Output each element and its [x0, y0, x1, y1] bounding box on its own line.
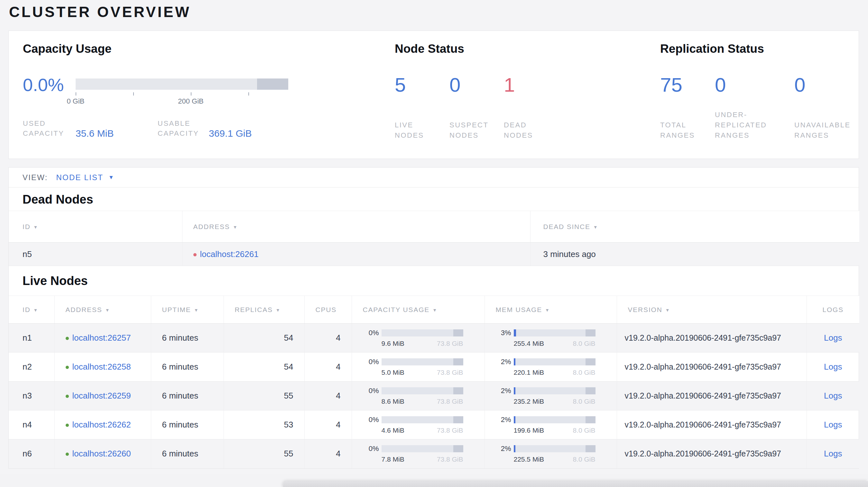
live-nodes-stat: 5 LIVE NODES	[395, 74, 450, 140]
suspect-nodes-label: SUSPECT NODES	[450, 110, 504, 140]
dead-nodes-title: Dead Nodes	[9, 188, 859, 211]
capacity-used: 4.6 MiB	[381, 426, 404, 434]
logs-link[interactable]: Logs	[824, 391, 842, 400]
live-node-cpus: 4	[304, 382, 352, 411]
capacity-usage-section: Capacity Usage 0.0% 0 GiB 200 GiB USED C…	[23, 31, 377, 159]
live-node-id: n1	[9, 324, 54, 353]
live-col-version[interactable]: VERSION	[617, 296, 807, 324]
dead-node-address-link[interactable]: localhost:26261	[200, 249, 259, 259]
mem-pct: 2%	[501, 387, 511, 395]
mem-used: 199.6 MiB	[514, 426, 544, 434]
view-label: VIEW:	[23, 173, 48, 182]
mem-bar-fill	[514, 445, 516, 452]
logs-link[interactable]: Logs	[824, 362, 842, 371]
mem-bar-fill	[514, 416, 516, 423]
replication-status-section: Replication Status 75 TOTAL RANGES 0 UND…	[660, 31, 859, 159]
logs-link[interactable]: Logs	[824, 449, 842, 458]
axis-tick-label: 0 GiB	[67, 97, 84, 105]
live-status-icon	[66, 424, 69, 427]
live-col-replicas[interactable]: REPLICAS	[224, 296, 304, 324]
live-node-id: n3	[9, 382, 54, 411]
sort-desc-icon	[31, 223, 39, 230]
mem-bar	[514, 329, 595, 336]
live-node-id: n4	[9, 411, 54, 440]
bottom-scrollbar[interactable]	[283, 481, 868, 487]
used-capacity-value: 35.6 MiB	[75, 128, 114, 139]
live-col-capacity-usage[interactable]: CAPACITY USAGE	[352, 296, 485, 324]
logs-link[interactable]: Logs	[824, 333, 842, 343]
live-col-address[interactable]: ADDRESS	[54, 296, 151, 324]
total-ranges-stat: 75 TOTAL RANGES	[660, 74, 715, 140]
mem-total: 8.0 GiB	[573, 369, 595, 376]
suspect-nodes-count: 0	[450, 74, 504, 110]
dead-status-icon	[193, 253, 196, 256]
mem-total: 8.0 GiB	[573, 455, 595, 463]
dead-col-id[interactable]: ID	[9, 211, 182, 242]
live-node-address-link[interactable]: localhost:26259	[72, 391, 131, 400]
node-status-title: Node Status	[395, 41, 464, 56]
live-node-uptime: 6 minutes	[151, 440, 224, 468]
capacity-total: 73.8 GiB	[437, 397, 463, 405]
under-replicated-ranges-stat: 0 UNDER- REPLICATED RANGES	[715, 74, 794, 140]
capacity-pct: 0%	[369, 445, 379, 453]
dead-nodes-table: ID ADDRESS DEAD SINCE n5 localhost:26261…	[9, 211, 859, 266]
suspect-nodes-stat: 0 SUSPECT NODES	[450, 74, 504, 140]
live-col-mem-usage[interactable]: MEM USAGE	[485, 296, 617, 324]
view-dropdown-value[interactable]: NODE LIST	[56, 173, 103, 182]
live-node-uptime: 6 minutes	[151, 353, 224, 382]
live-node-cpus: 4	[304, 353, 352, 382]
live-col-logs: LOGS	[807, 296, 859, 324]
mem-bar	[514, 445, 595, 452]
unavailable-ranges-stat: 0 UNAVAILABLE RANGES	[794, 74, 865, 140]
view-dropdown[interactable]: NODE LIST ▼	[56, 173, 115, 182]
unavailable-ranges-count: 0	[794, 74, 865, 110]
live-node-version: v19.2.0-alpha.20190606-2491-gfe735c9a97	[617, 382, 807, 411]
live-nodes-label: LIVE NODES	[395, 110, 450, 140]
sort-desc-icon	[430, 306, 438, 313]
mem-bar-buffer	[586, 387, 595, 394]
live-node-address-link[interactable]: localhost:26258	[72, 362, 131, 371]
sort-desc-icon	[191, 306, 199, 313]
live-node-mem-cell: 2% 235.2 MiB8.0 GiB	[485, 382, 617, 411]
capacity-bar-buffer	[453, 387, 463, 394]
capacity-bar-track	[75, 78, 288, 90]
capacity-bar-buffer	[453, 358, 463, 365]
live-node-replicas: 53	[224, 411, 304, 440]
capacity-bar	[381, 445, 463, 452]
live-node-address-link[interactable]: localhost:26257	[72, 333, 131, 343]
live-node-address-link[interactable]: localhost:26260	[72, 449, 131, 458]
sort-desc-icon	[542, 306, 550, 313]
used-capacity-label: USED CAPACITY	[23, 118, 64, 138]
capacity-pct: 0%	[369, 358, 379, 366]
total-ranges-label: TOTAL RANGES	[660, 110, 715, 140]
live-node-capacity-cell: 0% 9.6 MiB73.8 GiB	[352, 324, 485, 353]
live-node-logs-cell: Logs	[807, 382, 859, 411]
capacity-bar	[381, 387, 463, 394]
dead-node-row: n5 localhost:26261 3 minutes ago	[9, 242, 859, 266]
live-node-mem-cell: 2% 220.1 MiB8.0 GiB	[485, 353, 617, 382]
under-replicated-ranges-count: 0	[715, 74, 794, 110]
live-node-version: v19.2.0-alpha.20190606-2491-gfe735c9a97	[617, 324, 807, 353]
live-col-id[interactable]: ID	[9, 296, 54, 324]
chevron-down-icon[interactable]: ▼	[108, 174, 115, 181]
mem-total: 8.0 GiB	[573, 426, 595, 434]
live-node-replicas: 54	[224, 324, 304, 353]
live-node-capacity-cell: 0% 7.8 MiB73.8 GiB	[352, 440, 485, 468]
live-node-logs-cell: Logs	[807, 440, 859, 468]
live-node-address-cell: localhost:26260	[54, 440, 151, 468]
live-status-icon	[66, 337, 69, 340]
live-node-address-link[interactable]: localhost:26262	[72, 420, 131, 429]
dead-col-address[interactable]: ADDRESS	[182, 211, 530, 242]
live-col-uptime[interactable]: UPTIME	[151, 296, 224, 324]
cluster-summary-card: Capacity Usage 0.0% 0 GiB 200 GiB USED C…	[8, 31, 859, 159]
live-nodes-count: 5	[395, 74, 450, 110]
live-node-mem-cell: 2% 225.5 MiB8.0 GiB	[485, 440, 617, 468]
logs-link[interactable]: Logs	[824, 420, 842, 429]
dead-nodes-count: 1	[504, 74, 575, 110]
mem-bar	[514, 358, 595, 365]
live-node-mem-cell: 2% 199.6 MiB8.0 GiB	[485, 411, 617, 440]
live-node-mem-cell: 3% 255.4 MiB8.0 GiB	[485, 324, 617, 353]
capacity-pct: 0%	[369, 416, 379, 424]
capacity-bar-buffer	[453, 445, 463, 452]
dead-col-dead-since[interactable]: DEAD SINCE	[530, 211, 859, 242]
